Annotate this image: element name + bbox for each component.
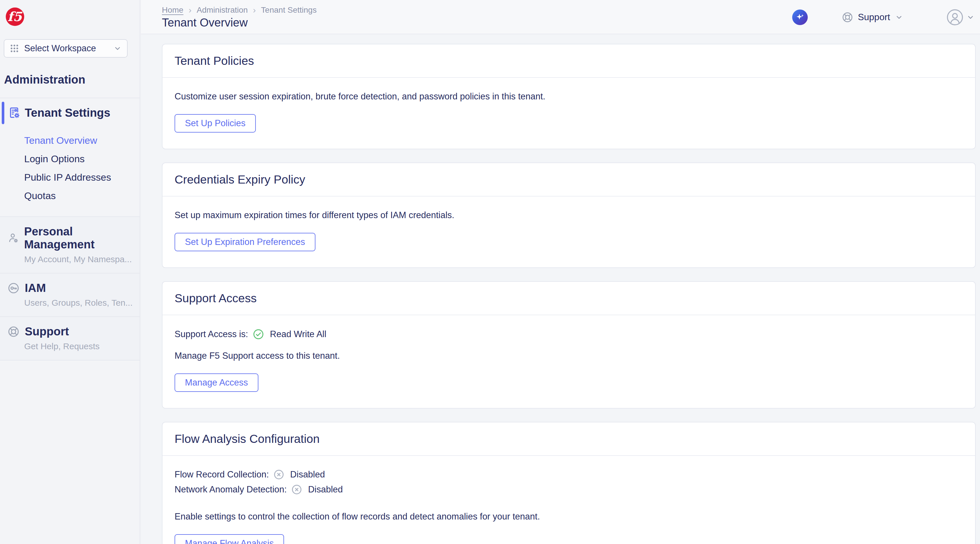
sidebar: f5 Select Workspace Administration [0, 0, 140, 544]
card-flow-analysis-configuration: Flow Analysis Configuration Flow Record … [162, 422, 976, 544]
sidebar-item-label: IAM [25, 282, 46, 294]
sidebar-nav-tenant-settings: Tenant Settings Tenant Overview Login Op… [0, 98, 140, 205]
sidebar-sections: Personal Management My Account, My Names… [0, 216, 140, 361]
card-tenant-policies: Tenant Policies Customize user session e… [162, 44, 976, 149]
sidebar-item-quotas[interactable]: Quotas [0, 186, 140, 205]
card-support-access: Support Access Support Access is: Read W… [162, 281, 976, 409]
tenant-settings-icon [8, 106, 21, 119]
sidebar-item-login-options[interactable]: Login Options [0, 150, 140, 168]
support-access-status: Support Access is: Read Write All [175, 328, 963, 340]
user-gear-icon [8, 232, 19, 244]
lifebuoy-icon [8, 326, 19, 338]
manage-access-button[interactable]: Manage Access [175, 374, 258, 392]
sparkle-icon [795, 13, 805, 22]
support-menu[interactable]: Support [842, 11, 904, 23]
card-description: Manage F5 Support access to this tenant. [175, 350, 963, 361]
sidebar-item-support[interactable]: Support Get Help, Requests [0, 317, 140, 361]
main-content: Tenant Policies Customize user session e… [141, 35, 980, 544]
status-label: Support Access is: [175, 329, 248, 339]
card-title: Support Access [175, 292, 257, 305]
sidebar-item-iam[interactable]: IAM Users, Groups, Roles, Ten... [0, 273, 140, 317]
account-menu[interactable] [947, 9, 975, 25]
status-label: Flow Record Collection: [175, 469, 269, 480]
workspace-selector-label: Select Workspace [24, 43, 108, 54]
card-title: Flow Analysis Configuration [175, 432, 320, 446]
sidebar-item-subtitle: My Account, My Namespa... [24, 255, 140, 264]
chevron-down-icon [966, 13, 975, 22]
set-up-policies-button[interactable]: Set Up Policies [175, 114, 256, 132]
breadcrumb-administration[interactable]: Administration [197, 5, 248, 15]
status-label: Network Anomaly Detection: [175, 484, 286, 495]
avatar-icon [947, 9, 963, 25]
card-title: Tenant Policies [175, 54, 254, 68]
svg-text:f5: f5 [8, 9, 22, 24]
grid-icon [10, 43, 19, 53]
active-section-accent-bar [2, 102, 4, 124]
card-description: Enable settings to control the collectio… [175, 511, 963, 522]
lifebuoy-icon [842, 11, 853, 23]
f5-logo[interactable]: f5 [6, 8, 24, 26]
card-title: Credentials Expiry Policy [175, 173, 305, 186]
status-value: Disabled [290, 469, 325, 480]
chevron-down-icon [895, 13, 904, 22]
sidebar-item-tenant-overview[interactable]: Tenant Overview [0, 131, 140, 150]
manage-flow-analysis-button[interactable]: Manage Flow Analysis [175, 534, 284, 544]
breadcrumb: Home › Administration › Tenant Settings [162, 5, 317, 15]
topbar-actions: Support [792, 0, 975, 34]
sidebar-heading: Administration [4, 73, 140, 86]
card-description: Set up maximum expiration times for diff… [175, 210, 963, 221]
breadcrumb-tenant-settings[interactable]: Tenant Settings [261, 5, 317, 15]
key-icon [8, 282, 19, 294]
sidebar-item-subtitle: Users, Groups, Roles, Ten... [24, 298, 140, 308]
card-credentials-expiry-policy: Credentials Expiry Policy Set up maximum… [162, 162, 976, 268]
flow-record-collection-status: Flow Record Collection: Disabled [175, 469, 963, 480]
network-anomaly-detection-status: Network Anomaly Detection: Disabled [175, 484, 963, 495]
sidebar-item-label: Personal Management [24, 225, 140, 251]
x-circle-icon [274, 469, 284, 480]
card-description: Customize user session expiration, brute… [175, 91, 963, 102]
topbar: Home › Administration › Tenant Settings … [141, 0, 980, 34]
sidebar-item-personal-management[interactable]: Personal Management My Account, My Names… [0, 216, 140, 273]
status-value: Read Write All [270, 329, 326, 339]
status-value: Disabled [308, 484, 343, 495]
ai-assistant-button[interactable] [792, 10, 808, 25]
tenant-settings-subnav: Tenant Overview Login Options Public IP … [0, 131, 140, 205]
breadcrumb-separator: › [253, 5, 256, 15]
chevron-down-icon [113, 44, 122, 53]
x-circle-icon [291, 484, 302, 495]
breadcrumb-home[interactable]: Home [162, 5, 183, 15]
set-up-expiration-preferences-button[interactable]: Set Up Expiration Preferences [175, 233, 315, 251]
sidebar-item-label: Tenant Settings [25, 106, 110, 119]
sidebar-item-subtitle: Get Help, Requests [24, 342, 140, 351]
workspace-selector[interactable]: Select Workspace [4, 39, 127, 57]
breadcrumb-separator: › [189, 5, 192, 15]
sidebar-item-tenant-settings[interactable]: Tenant Settings [8, 101, 140, 124]
support-menu-label: Support [858, 12, 890, 22]
page-title: Tenant Overview [162, 16, 248, 29]
sidebar-item-label: Support [25, 325, 69, 338]
sidebar-item-public-ip-addresses[interactable]: Public IP Addresses [0, 168, 140, 186]
check-circle-icon [253, 328, 264, 340]
